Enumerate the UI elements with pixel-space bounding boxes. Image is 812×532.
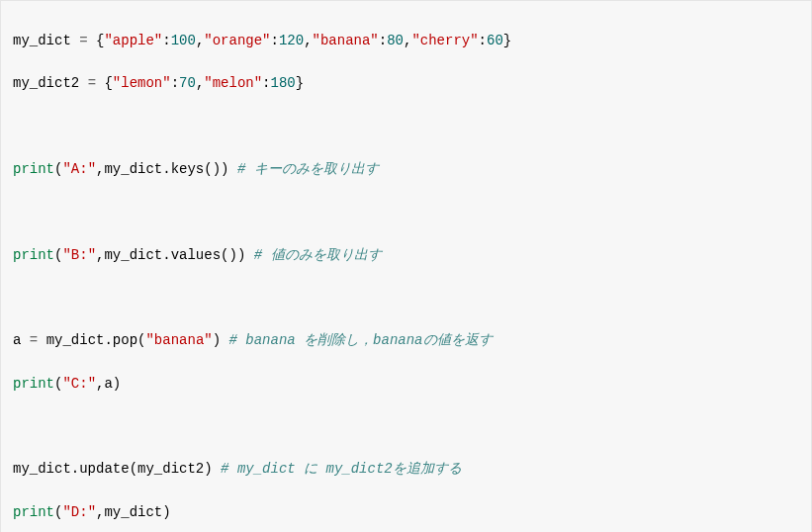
blank-line (13, 202, 799, 223)
code-line: my_dict.update(my_dict2) # my_dict に my_… (13, 459, 799, 481)
number: 120 (279, 33, 304, 48)
comment: # my_dict に my_dict2を追加する (221, 461, 462, 477)
code-block: my_dict = {"apple":100,"orange":120,"ban… (0, 0, 812, 532)
string: "banana" (145, 332, 212, 348)
variable: my_dict (104, 504, 162, 520)
variable: a (13, 332, 30, 348)
variable: my_dict2 (137, 461, 204, 477)
builtin-print: print (13, 376, 54, 392)
blank-line (13, 416, 799, 438)
string: "melon" (204, 75, 262, 91)
brace: } (296, 75, 304, 91)
comment: # 値のみを取り出す (254, 247, 382, 263)
number: 100 (171, 33, 196, 48)
string: "cherry" (411, 33, 478, 48)
variable: a (104, 376, 112, 392)
code-line: print("B:",my_dict.values()) # 値のみを取り出す (13, 245, 799, 267)
number: 180 (271, 75, 296, 91)
variable: my_dict (13, 33, 79, 48)
code-line: a = my_dict.pop("banana") # banana を削除し，… (13, 330, 799, 352)
string: "A:" (62, 161, 96, 177)
operator: = (79, 33, 87, 48)
brace: } (503, 33, 511, 48)
code-line: print("C:",a) (13, 374, 799, 396)
string: "orange" (204, 33, 270, 48)
number: 60 (487, 33, 503, 48)
builtin-print: print (13, 504, 54, 520)
blank-line (13, 116, 799, 137)
string: "B:" (62, 247, 96, 263)
operator: = (88, 75, 96, 91)
string: "C:" (62, 376, 96, 392)
method: values (171, 247, 221, 263)
code-line: my_dict2 = {"lemon":70,"melon":180} (13, 73, 799, 95)
string: "D:" (62, 504, 96, 520)
method: pop (113, 332, 137, 348)
comment: # banana を削除し，bananaの値を返す (229, 332, 493, 348)
builtin-print: print (13, 247, 54, 263)
string: "lemon" (113, 75, 171, 91)
number: 80 (387, 33, 404, 48)
method: update (79, 461, 129, 477)
string: "banana" (313, 33, 379, 48)
variable: my_dict (104, 161, 162, 177)
string: "apple" (104, 33, 162, 48)
variable: my_dict (104, 247, 162, 263)
code-line: print("D:",my_dict) (13, 502, 799, 524)
operator: = (30, 332, 38, 348)
number: 70 (179, 75, 196, 91)
method: keys (171, 161, 205, 177)
code-line: print("A:",my_dict.keys()) # キーのみを取り出す (13, 159, 799, 181)
code-line: my_dict = {"apple":100,"orange":120,"ban… (13, 31, 799, 52)
blank-line (13, 288, 799, 310)
variable: my_dict (46, 332, 105, 348)
brace: { (104, 75, 112, 91)
variable: my_dict (13, 461, 71, 477)
variable: my_dict2 (13, 75, 88, 91)
comment: # キーのみを取り出す (237, 161, 379, 177)
builtin-print: print (13, 161, 54, 177)
